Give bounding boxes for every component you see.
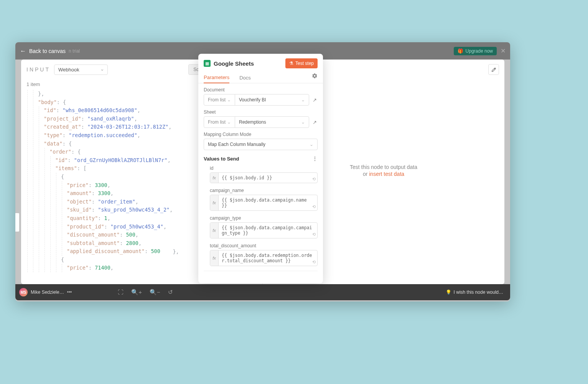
json-line: 2800 <box>126 240 138 246</box>
close-icon[interactable]: ✕ <box>501 47 506 55</box>
test-step-label: Test step <box>295 61 314 66</box>
edit-output-button[interactable] <box>488 64 499 75</box>
back-to-canvas-link[interactable]: Back to canvas <box>29 48 66 54</box>
upgrade-button[interactable]: 🎁 Upgrade now <box>454 47 497 55</box>
json-line: "order" <box>49 149 71 155</box>
fx-icon: fx <box>210 195 219 210</box>
feedback-text: I wish this node would… <box>454 290 503 295</box>
json-line: 71400 <box>95 265 110 271</box>
value-field-campaign-name: campaign_name fx {{ $json.body.data.camp… <box>204 188 318 211</box>
value-field-campaign-type: campaign_type fx {{ $json.body.data.camp… <box>204 215 318 238</box>
value-label: id <box>210 166 318 171</box>
expression-input[interactable]: fx {{ $json.body.data.campaign.name }}⟲ <box>210 195 318 211</box>
json-line: 1 <box>104 215 107 221</box>
mapping-label: Mapping Column Mode <box>204 132 318 137</box>
sheet-select[interactable]: From list Redemptions⌄ <box>204 116 309 128</box>
json-line: "product_id" <box>67 223 104 230</box>
gear-icon[interactable] <box>312 73 318 82</box>
avatar[interactable]: MS <box>19 288 28 296</box>
expression-text: {{ $json.body.data.redemption.order.tota… <box>222 253 312 263</box>
json-line: "2024-03-26T12:03:17.812Z" <box>87 124 168 130</box>
gift-icon: 🎁 <box>458 48 463 54</box>
undo-icon[interactable]: ⟲ <box>312 204 316 209</box>
zoom-in-icon[interactable]: 🔍+ <box>131 289 142 296</box>
document-mode[interactable]: From list <box>204 94 235 105</box>
open-sheet-icon[interactable]: ↗ <box>311 119 318 125</box>
fx-icon: fx <box>210 173 219 183</box>
values-menu-icon[interactable]: ⋮ <box>312 156 318 162</box>
json-line: "object" <box>67 199 92 205</box>
json-line: "body" <box>38 99 57 105</box>
sheet-value: Redemptions <box>239 119 266 125</box>
open-document-icon[interactable]: ↗ <box>311 97 318 103</box>
document-value: Voucherify BI <box>239 97 266 103</box>
tab-parameters[interactable]: Parameters <box>204 72 229 83</box>
flask-icon: ⚗ <box>289 61 293 66</box>
json-line: "ord_GZrnUyHOBklAZROTJlLBlN7r" <box>74 157 168 163</box>
expression-text: {{ $json.body.id }} <box>222 175 272 180</box>
values-to-send-title: Values to Send <box>204 156 239 162</box>
divider <box>204 271 318 271</box>
json-line: "items" <box>55 165 77 171</box>
json-line: "sku_id" <box>67 207 92 213</box>
tab-docs[interactable]: Docs <box>239 73 251 83</box>
upgrade-label: Upgrade now <box>466 48 493 54</box>
json-line: "subtotal_amount" <box>67 240 120 246</box>
json-line: }, <box>38 91 44 97</box>
fit-view-icon[interactable]: ⛶ <box>118 289 124 296</box>
json-line: "id" <box>55 157 68 163</box>
sheet-label: Sheet <box>204 109 318 115</box>
bottom-toolbar: MS Mike Sedziele… ••• ⛶ 🔍+ 🔍− ↺ 💡 I wish… <box>15 284 510 300</box>
value-field-total-discount: total_discount_amount fx {{ $json.body.d… <box>204 243 318 266</box>
json-line: 500 <box>126 232 135 238</box>
json-line: "created_at" <box>44 124 81 130</box>
test-step-button[interactable]: ⚗ Test step <box>285 58 318 68</box>
expression-text: {{ $json.body.data.campaign.campaign_typ… <box>222 225 312 236</box>
json-line: "id" <box>44 107 56 113</box>
value-label: total_discount_amount <box>210 243 318 248</box>
sheet-mode[interactable]: From list <box>204 117 235 127</box>
json-line: "redemption.succeeded" <box>69 132 137 138</box>
trial-text: n trial <box>69 48 80 54</box>
value-label: campaign_name <box>210 188 318 193</box>
undo-icon[interactable]: ⟲ <box>312 177 316 182</box>
json-line: 500 <box>151 248 160 254</box>
fx-icon: fx <box>210 250 219 266</box>
google-sheets-icon: ▦ <box>204 60 211 67</box>
expression-input[interactable]: fx {{ $json.body.id }}⟲ <box>210 172 318 183</box>
expression-input[interactable]: fx {{ $json.body.data.campaign.campaign_… <box>210 222 318 238</box>
expression-input[interactable]: fx {{ $json.body.data.redemption.order.t… <box>210 250 318 266</box>
mapping-mode-select[interactable]: Map Each Column Manually⌄ <box>204 139 318 150</box>
json-line: "price" <box>67 265 89 271</box>
undo-icon[interactable]: ⟲ <box>312 232 316 237</box>
json-line: "order_item" <box>98 199 135 205</box>
zoom-out-icon[interactable]: 🔍− <box>150 289 160 296</box>
document-select[interactable]: From list Voucherify BI⌄ <box>204 94 309 106</box>
output-empty-line1: Test this node to output data <box>350 164 417 170</box>
undo-icon[interactable]: ↺ <box>168 289 173 296</box>
json-line: "sku_prod_5h0wc453_4_2" <box>98 207 170 213</box>
input-title: INPUT <box>26 66 50 73</box>
value-field-id: id fx {{ $json.body.id }}⟲ <box>204 166 318 183</box>
mapping-value: Map Each Column Manually <box>208 142 265 147</box>
json-line: "prod_5h0wc453_4" <box>110 223 163 230</box>
json-line: "whs_0e806514d60c5da908" <box>63 107 137 113</box>
json-line: "type" <box>44 132 63 138</box>
side-tab-stub <box>15 213 19 232</box>
user-name[interactable]: Mike Sedziele… <box>31 290 64 295</box>
undo-icon[interactable]: ⟲ <box>312 260 316 265</box>
output-empty-or: or <box>363 171 369 177</box>
fx-icon: fx <box>210 223 219 238</box>
node-title: Google Sheets <box>214 60 254 67</box>
input-source-select[interactable]: Webhook <box>54 65 108 75</box>
json-line: "price" <box>67 182 89 188</box>
back-arrow-icon[interactable]: ← <box>20 48 26 55</box>
node-config-card: ▦ Google Sheets ⚗ Test step Parameters D… <box>198 54 323 283</box>
feedback-prompt[interactable]: 💡 I wish this node would… <box>446 290 503 295</box>
user-menu-icon[interactable]: ••• <box>67 290 72 295</box>
insert-test-data-link[interactable]: insert test data <box>369 171 404 177</box>
document-label: Document <box>204 87 318 93</box>
json-line: 3300 <box>98 190 110 196</box>
json-line: 3300 <box>95 182 107 188</box>
expression-text: {{ $json.body.data.campaign.name }} <box>222 197 307 208</box>
